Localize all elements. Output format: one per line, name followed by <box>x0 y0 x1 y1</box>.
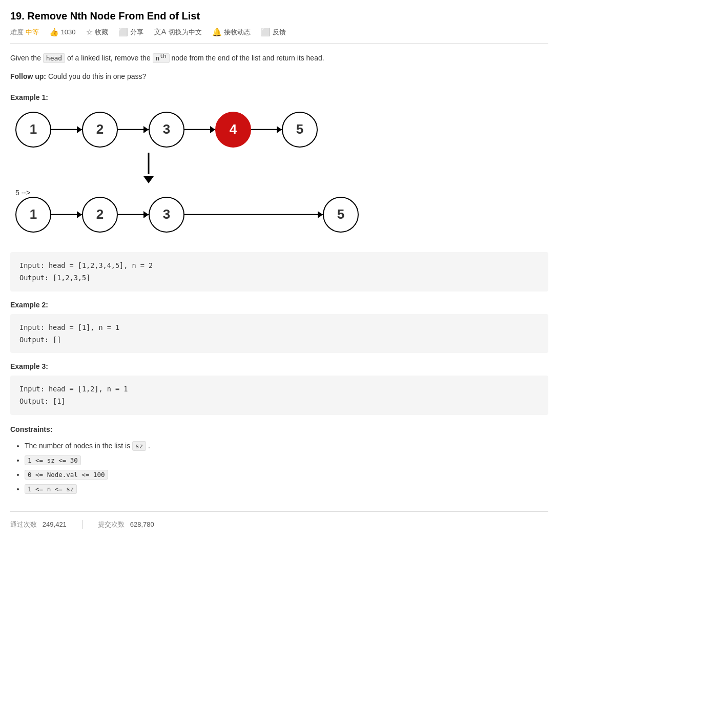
submissions-stat: 提交次数 628,780 <box>98 520 154 529</box>
example1-title: Example 1: <box>10 93 548 101</box>
arrow-4-5 <box>251 124 282 135</box>
head-code: head <box>43 53 65 63</box>
diagram-row2: 1 2 3 5 <box>15 197 548 233</box>
translate-icon: 文A <box>154 27 167 37</box>
arrow-r2-1-2 <box>51 210 82 220</box>
meta-bar: 难度 中等 👍 1030 ☆ 收藏 ⬜ 分享 文A 切换为中文 🔔 接收动态 ⬜… <box>10 27 548 44</box>
node-1: 1 <box>15 112 51 148</box>
constraints-title: Constraints: <box>10 425 548 433</box>
arrow-1-2 <box>51 124 82 135</box>
collect-button[interactable]: ☆ 收藏 <box>86 28 108 37</box>
problem-title: 19. Remove Nth Node From End of List <box>10 10 548 22</box>
bell-icon: 🔔 <box>212 28 222 37</box>
node-3: 3 <box>149 112 184 148</box>
share-button[interactable]: ⬜ 分享 <box>118 28 143 37</box>
node-2: 2 <box>82 112 118 148</box>
notifications-button[interactable]: 🔔 接收动态 <box>212 28 251 37</box>
node-4-highlighted: 4 <box>215 112 251 148</box>
node-r2-3: 3 <box>149 197 184 233</box>
share-icon: ⬜ <box>118 28 128 37</box>
thumb-up-icon: 👍 <box>49 28 59 37</box>
feedback-button[interactable]: ⬜ 反馈 <box>261 28 286 37</box>
arrow-2-3 <box>118 124 149 135</box>
arrow-r2-long <box>184 210 323 220</box>
example1-code: Input: head = [1,2,3,4,5], n = 2 Output:… <box>10 252 548 292</box>
footer-divider <box>82 520 83 529</box>
constraint-item: 1 <= n <= sz <box>25 482 548 496</box>
n-code: nth <box>153 53 170 63</box>
example3-title: Example 3: <box>10 362 548 370</box>
arrow-3-4 <box>184 124 215 135</box>
description-paragraph: Given the head of a linked list, remove … <box>10 52 548 65</box>
node-5: 5 <box>282 112 318 148</box>
diagram-row1: 1 2 3 4 5 <box>15 112 548 148</box>
constraints-section: Constraints: The number of nodes in the … <box>10 425 548 496</box>
passes-stat: 通过次数 249,421 <box>10 520 67 529</box>
node-r2-1: 1 <box>15 197 51 233</box>
node-r2-2: 2 <box>82 197 118 233</box>
switch-lang-button[interactable]: 文A 切换为中文 <box>154 27 202 37</box>
feedback-icon: ⬜ <box>261 28 271 37</box>
example1-diagram: 1 2 3 4 5 5 --> 1 2 3 5 <box>10 107 548 248</box>
star-icon: ☆ <box>86 28 93 37</box>
constraint-item: The number of nodes in the list is sz . <box>25 439 548 453</box>
example2-code: Input: head = [1], n = 1 Output: [] <box>10 314 548 353</box>
constraint-item: 1 <= sz <= 30 <box>25 453 548 467</box>
likes-item[interactable]: 👍 1030 <box>49 28 76 37</box>
node-r2-5: 5 <box>323 197 359 233</box>
example3-code: Input: head = [1,2], n = 1 Output: [1] <box>10 376 548 415</box>
arrow-r2-2-3 <box>118 210 149 220</box>
down-arrow-icon <box>141 153 156 183</box>
constraint-item: 0 <= Node.val <= 100 <box>25 467 548 482</box>
footer-stats: 通过次数 249,421 提交次数 628,780 <box>10 511 548 529</box>
down-arrow-container <box>15 153 548 183</box>
example2-title: Example 2: <box>10 301 548 309</box>
constraints-list: The number of nodes in the list is sz . … <box>10 439 548 496</box>
sz-code: sz <box>132 441 146 451</box>
difficulty-label: 难度 中等 <box>10 28 39 37</box>
follow-up-paragraph: Follow up: Could you do this in one pass… <box>10 71 548 83</box>
